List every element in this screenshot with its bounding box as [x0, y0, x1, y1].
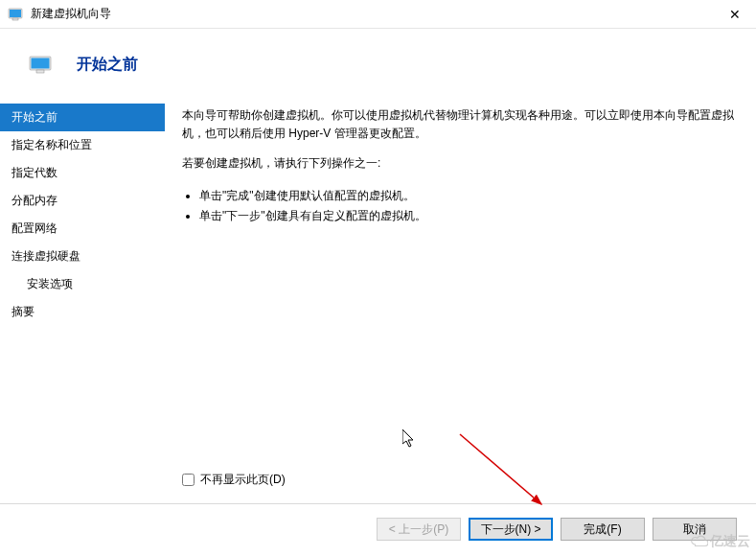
wizard-body: 开始之前 指定名称和位置 指定代数 分配内存 配置网络 连接虚拟硬盘 安装选项 … [0, 101, 756, 503]
dont-show-again-row: 不再显示此页(D) [182, 472, 737, 488]
app-icon [8, 7, 23, 22]
step-before-you-begin[interactable]: 开始之前 [0, 104, 165, 131]
window-title: 新建虚拟机向导 [31, 6, 713, 22]
svg-rect-4 [32, 58, 50, 68]
wizard-icon [29, 54, 52, 77]
step-install-options[interactable]: 安装选项 [0, 270, 165, 298]
wizard-content: 本向导可帮助你创建虚拟机。你可以使用虚拟机代替物理计算机实现各种用途。可以立即使… [165, 101, 756, 503]
bullet-next: 单击"下一步"创建具有自定义配置的虚拟机。 [199, 207, 737, 225]
instruction-line: 若要创建虚拟机，请执行下列操作之一: [182, 154, 737, 173]
wizard-footer: < 上一步(P) 下一步(N) > 完成(F) 取消 [0, 504, 756, 554]
wizard-steps-sidebar: 开始之前 指定名称和位置 指定代数 分配内存 配置网络 连接虚拟硬盘 安装选项 … [0, 101, 165, 503]
step-summary[interactable]: 摘要 [0, 298, 165, 326]
svg-rect-5 [36, 70, 44, 73]
step-network[interactable]: 配置网络 [0, 215, 165, 243]
previous-button: < 上一步(P) [377, 518, 461, 541]
step-memory[interactable]: 分配内存 [0, 187, 165, 215]
step-generation[interactable]: 指定代数 [0, 159, 165, 187]
svg-rect-1 [10, 10, 21, 17]
bullet-finish: 单击"完成"创建使用默认值配置的虚拟机。 [199, 187, 737, 205]
dont-show-again-label[interactable]: 不再显示此页(D) [200, 472, 286, 488]
cancel-button[interactable]: 取消 [653, 518, 737, 541]
step-vhd[interactable]: 连接虚拟硬盘 [0, 243, 165, 270]
close-button[interactable]: ✕ [713, 0, 756, 29]
next-button[interactable]: 下一步(N) > [469, 518, 553, 541]
titlebar: 新建虚拟机向导 ✕ [0, 0, 756, 29]
dont-show-again-checkbox[interactable] [182, 474, 195, 486]
svg-rect-2 [12, 18, 18, 20]
step-name-location[interactable]: 指定名称和位置 [0, 131, 165, 159]
finish-button[interactable]: 完成(F) [561, 518, 645, 541]
wizard-header: 开始之前 [0, 29, 756, 101]
intro-paragraph: 本向导可帮助你创建虚拟机。你可以使用虚拟机代替物理计算机实现各种用途。可以立即使… [182, 106, 737, 143]
instruction-bullets: 单击"完成"创建使用默认值配置的虚拟机。 单击"下一步"创建具有自定义配置的虚拟… [182, 187, 737, 227]
page-title: 开始之前 [77, 55, 138, 75]
